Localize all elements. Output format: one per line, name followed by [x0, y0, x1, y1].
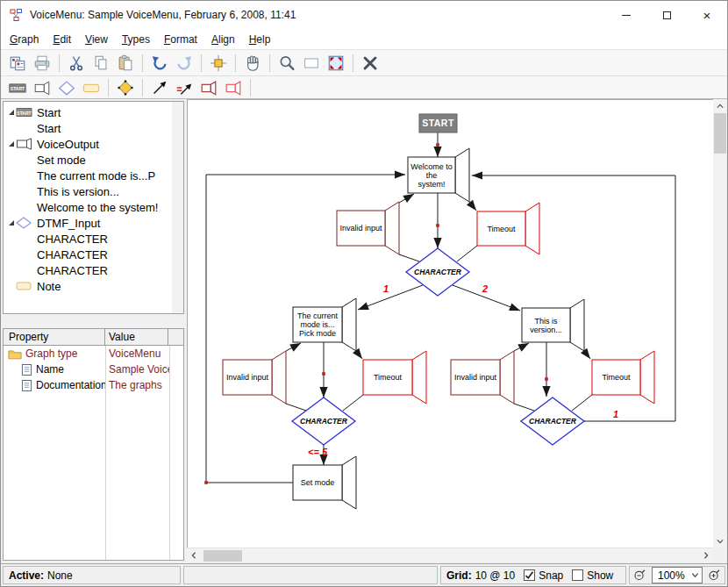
note-node-tool[interactable] — [80, 78, 103, 97]
tree-item-character[interactable]: CHARACTER — [4, 247, 183, 262]
scroll-left-icon[interactable] — [187, 548, 201, 562]
redo-icon[interactable] — [173, 53, 196, 74]
edge-bend-marker[interactable] — [322, 372, 325, 376]
menu-view[interactable]: View — [78, 30, 115, 49]
edge-bend-marker[interactable] — [204, 481, 208, 484]
canvas-horizontal-scrollbar[interactable] — [187, 548, 713, 562]
value-column-header[interactable]: Value — [105, 329, 168, 345]
edge-bend-marker[interactable] — [436, 143, 439, 147]
invalid-voice-tool[interactable] — [197, 78, 220, 97]
canvas-vertical-scrollbar[interactable] — [713, 99, 727, 548]
pan-hand-icon[interactable] — [241, 53, 264, 74]
edge-timeout-3-character-3[interactable] — [572, 395, 592, 411]
tree-scrollbar[interactable] — [172, 102, 183, 313]
edge-invalid-1-character-1[interactable] — [399, 254, 419, 261]
timeout-voice-tool[interactable] — [222, 78, 245, 97]
arrowhead-icon — [395, 170, 405, 178]
menu-graph[interactable]: Graph — [3, 30, 46, 49]
node-timeout-1-flare — [525, 203, 539, 254]
window-title: VoiceMenu: Sample VoiceMenu, February 6,… — [30, 9, 296, 21]
node-timeout-3-flare — [640, 351, 654, 404]
paste-icon[interactable] — [114, 53, 137, 74]
menu-edit[interactable]: Edit — [46, 30, 78, 49]
edge-bend-marker[interactable] — [545, 377, 548, 381]
node-invalid-input-1-flare — [385, 202, 399, 254]
property-value[interactable]: VoiceMenu — [105, 347, 169, 360]
menu-help[interactable]: Help — [242, 30, 278, 49]
maximize-button[interactable] — [646, 1, 687, 29]
copy-icon[interactable] — [89, 53, 112, 74]
edge-tool[interactable] — [148, 78, 171, 97]
scroll-up-icon[interactable] — [713, 99, 727, 112]
property-row-graph-type[interactable]: Graph typeVoiceMenu — [4, 346, 183, 362]
menu-align[interactable]: Align — [204, 30, 242, 49]
tree-item-the-current-mode-is-p[interactable]: The current mode is...P — [4, 168, 183, 183]
node-set-mode-label: Set mode — [301, 478, 335, 487]
tree-expander-icon[interactable] — [6, 140, 16, 147]
active-status-section: Active: None — [3, 566, 181, 584]
zoom-in-icon[interactable] — [707, 568, 722, 583]
arrowhead-icon — [319, 387, 327, 397]
property-row-documentation[interactable]: DocumentationThe graphs — [4, 377, 183, 393]
minimize-button[interactable] — [606, 1, 646, 29]
tree-item-set-mode[interactable]: Set mode — [4, 152, 183, 168]
tree-item-label: CHARACTER — [37, 264, 108, 277]
tree-item-welcome-to-the-system[interactable]: Welcome to the system! — [4, 199, 183, 215]
minimize-icon — [622, 15, 631, 16]
voiceoutput-node-icon — [16, 138, 37, 150]
message-section — [183, 566, 438, 584]
zoom-icon[interactable] — [275, 53, 298, 74]
scroll-right-icon[interactable] — [699, 548, 713, 562]
add-node-icon[interactable] — [207, 53, 230, 74]
property-column-header[interactable]: Property — [4, 329, 105, 345]
tree-item-character[interactable]: CHARACTER — [4, 262, 183, 278]
property-value[interactable]: Sample VoiceMenu — [105, 363, 169, 376]
tree-item-voiceoutput[interactable]: VoiceOutput — [4, 136, 183, 152]
property-row-name[interactable]: NameSample VoiceMenu — [4, 362, 183, 377]
scroll-down-icon[interactable] — [713, 534, 727, 548]
arrowhead-icon — [517, 343, 529, 352]
undo-icon[interactable] — [148, 53, 171, 74]
zoom-out-icon[interactable] — [632, 568, 647, 583]
start-node-tool[interactable]: START — [6, 78, 29, 97]
tree-expander-icon[interactable] — [6, 219, 16, 226]
edge-timeout-1-character-1[interactable] — [457, 246, 477, 261]
column-divider[interactable] — [105, 346, 106, 560]
tree-item-label: DTMF_Input — [37, 217, 100, 230]
close-button[interactable]: × — [687, 1, 727, 29]
tree-item-dtmf-input[interactable]: DTMF_Input — [4, 215, 183, 231]
edge-timeout-2-character-2[interactable] — [343, 395, 363, 411]
zoom-area-icon[interactable] — [300, 53, 323, 74]
tree-item-character[interactable]: CHARACTER — [4, 231, 183, 247]
diagram-canvas[interactable]: 12<= 51STARTWelcome tothesystem!Invalid … — [187, 99, 713, 548]
report-icon[interactable] — [6, 53, 29, 74]
tree-expander-icon[interactable] — [6, 109, 16, 116]
panel-splitter[interactable] — [1, 314, 186, 328]
show-checkbox[interactable] — [572, 569, 583, 581]
conditional-edge-tool[interactable] — [173, 78, 196, 97]
edge-bend-marker[interactable] — [436, 224, 439, 227]
node-handles-tool[interactable] — [114, 78, 137, 97]
voiceoutput-node-tool[interactable] — [31, 78, 54, 97]
tree-item-this-is-version[interactable]: This is version... — [4, 183, 183, 199]
tree-item-start[interactable]: STARTStart — [4, 104, 183, 120]
snap-checkbox[interactable] — [524, 569, 535, 581]
delete-icon[interactable] — [359, 53, 382, 74]
tree-item-note[interactable]: Note — [4, 278, 183, 294]
menu-types[interactable]: Types — [115, 30, 157, 49]
tree-item-start[interactable]: Start — [4, 120, 183, 136]
column-divider[interactable] — [169, 346, 170, 560]
dtmf-input-node-tool[interactable] — [55, 78, 78, 97]
fit-window-icon[interactable] — [325, 53, 347, 74]
node-timeout-2-label: Timeout — [374, 373, 403, 382]
cut-icon[interactable] — [65, 53, 88, 74]
zoom-level-select[interactable]: 100% — [652, 567, 703, 583]
horizontal-scroll-thumb[interactable] — [203, 550, 242, 562]
menu-format[interactable]: Format — [157, 30, 204, 49]
edge-invalid-3-character-3[interactable] — [514, 404, 534, 411]
property-value[interactable]: The graphs — [105, 379, 169, 391]
print-icon[interactable] — [31, 53, 54, 74]
edge-invalid-2-character-2[interactable] — [286, 404, 306, 411]
property-name-text: Documentation — [36, 379, 105, 391]
vertical-scroll-thumb[interactable] — [714, 113, 726, 154]
